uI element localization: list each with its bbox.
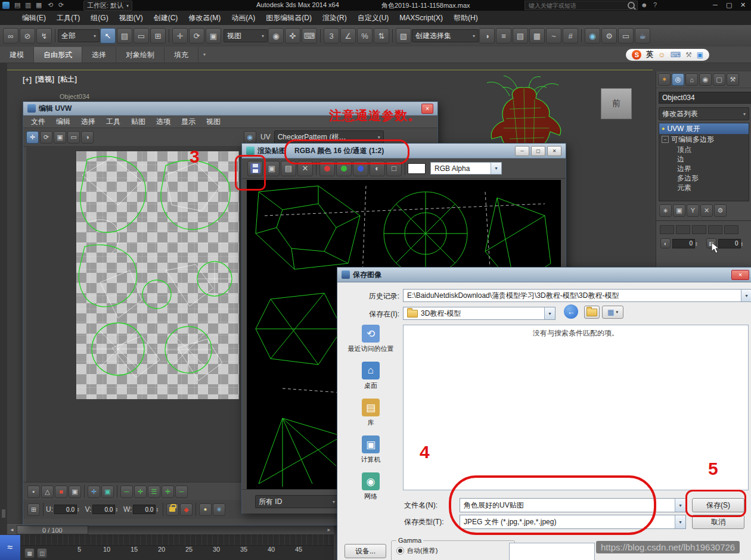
remove-modifier-icon[interactable]: ✕ <box>700 204 713 217</box>
render-minimize-button[interactable]: ─ <box>515 146 529 156</box>
place-libraries[interactable]: ▤ 库 <box>342 399 399 435</box>
redo-icon[interactable]: ⟳ <box>58 1 64 9</box>
uvw-paint-icon[interactable]: ■ <box>55 486 67 498</box>
ime-skin-icon[interactable]: ▣ <box>697 51 703 59</box>
window-crossing-icon[interactable]: ⊞ <box>150 28 166 43</box>
percent-snap-icon[interactable]: % <box>357 28 373 43</box>
uvw-falloff-icon[interactable]: ◉ <box>244 131 256 144</box>
uvw-close-button[interactable]: ✕ <box>421 104 433 114</box>
search-input[interactable] <box>527 2 628 10</box>
soft-selection-icon[interactable]: ◐ <box>660 238 671 248</box>
named-selection-dropdown[interactable]: 创建选择集 ▾ <box>412 29 479 42</box>
clear-bitmap-icon[interactable]: ✕ <box>297 161 313 176</box>
modify-tab-icon[interactable]: ◎ <box>672 73 684 86</box>
viewport-menu-shading[interactable]: [粘土] <box>58 74 77 85</box>
uvw-dash1-icon[interactable]: ─ <box>120 486 133 498</box>
uvw-box-icon[interactable]: ▣ <box>101 486 114 498</box>
time-slider-handle[interactable]: 0 / 100 <box>17 525 88 534</box>
mirror-icon[interactable]: ◑ <box>479 28 495 43</box>
save-bitmap-icon[interactable] <box>247 161 263 176</box>
uvw-softsel-icon[interactable]: ▪ <box>27 486 40 498</box>
create-tab-icon[interactable]: ✶ <box>658 73 671 86</box>
menu-item-group[interactable]: 组(G) <box>85 13 113 23</box>
unlink-selection-icon[interactable]: ⊘ <box>20 28 35 43</box>
blue-channel-icon[interactable] <box>353 161 368 176</box>
uvw-map-dropdown[interactable]: CheckerPattern (棋… ▾ <box>274 130 384 144</box>
tab-populate[interactable]: 填充 <box>165 47 198 63</box>
bind-to-space-warp-icon[interactable]: ↯ <box>36 28 52 43</box>
uvw-lock-icon[interactable] <box>166 503 179 516</box>
help-icon[interactable]: ? <box>653 1 657 8</box>
mono-channel-icon[interactable]: ◐ <box>370 161 385 176</box>
select-object-icon[interactable]: ↖ <box>100 28 116 43</box>
tab-selection[interactable]: 选择 <box>82 47 116 63</box>
uvw-abs-grid-icon[interactable]: ⊞ <box>27 503 40 516</box>
new-file-icon[interactable]: ▤ <box>14 1 20 9</box>
mat-id-dropdown[interactable]: 所有 ID ▾ <box>255 495 339 508</box>
make-unique-icon[interactable]: Y <box>687 204 699 217</box>
reference-coordinate-dropdown[interactable]: 视图 ▾ <box>224 29 268 42</box>
spinner-snap-icon[interactable]: ⇅ <box>374 28 389 43</box>
uvw-rotate-icon[interactable]: ⟳ <box>40 131 52 144</box>
back-button[interactable]: ← <box>564 304 578 319</box>
subobject-border[interactable]: 边界 <box>659 164 749 173</box>
uvw-menu-mapping[interactable]: 贴图 <box>126 117 151 127</box>
menu-item-modifiers[interactable]: 修改器(M) <box>183 13 226 23</box>
uvw-freeform-icon[interactable]: ▭ <box>67 131 80 144</box>
menu-item-help[interactable]: 帮助(H) <box>448 13 483 23</box>
cancel-button[interactable]: 取消 <box>692 515 744 529</box>
keyboard-override-icon[interactable]: ⌨ <box>302 28 317 43</box>
dock-grip-icon[interactable] <box>2 509 5 518</box>
search-box[interactable] <box>525 1 638 10</box>
uvw-bulb-icon[interactable]: ● <box>199 503 212 516</box>
utilities-tab-icon[interactable]: ⚒ <box>727 73 739 86</box>
hierarchy-tab-icon[interactable]: ⌂ <box>685 73 698 86</box>
select-and-scale-icon[interactable]: ▣ <box>206 28 221 43</box>
uvw-grow-icon[interactable]: ✛ <box>88 486 100 498</box>
uvw-plus2-icon[interactable]: ✛ <box>162 486 174 498</box>
modifier-list-dropdown[interactable]: 修改器列表 ▾ <box>659 107 749 120</box>
alpha-channel-icon[interactable]: □ <box>386 161 402 176</box>
minimize-button[interactable]: ─ <box>713 1 718 8</box>
use-pivot-icon[interactable]: ◉ <box>268 28 284 43</box>
ime-face-icon[interactable]: ☺ <box>658 51 665 59</box>
select-and-move-icon[interactable]: ✛ <box>172 28 188 43</box>
render-map-titlebar[interactable]: 渲染贴图 RGBA 颜色 16 位/通道 (1:2) ─ ▢ ✕ <box>242 144 566 158</box>
uvw-dash2-icon[interactable]: ─ <box>175 486 188 498</box>
uvw-scale-icon[interactable]: ▣ <box>54 131 66 144</box>
tab-object-paint[interactable]: 对象绘制 <box>116 47 165 63</box>
clone-window-icon[interactable]: ▣ <box>264 161 280 176</box>
save-dialog-titlebar[interactable]: 保存图像 ✕ <box>337 267 751 282</box>
uvw-menu-select[interactable]: 选择 <box>76 117 101 127</box>
spinner-field-2[interactable]: 0 ▴▾ <box>718 239 743 248</box>
device-button[interactable]: 设备... <box>345 544 386 558</box>
menu-item-customize[interactable]: 自定义(U) <box>352 13 395 23</box>
snaps-toggle-icon[interactable]: 3 <box>324 28 339 43</box>
render-icon[interactable]: ☕ <box>635 28 650 43</box>
menu-item-views[interactable]: 视图(V) <box>114 13 148 23</box>
subobject-polygon[interactable]: 多边形 <box>659 173 749 183</box>
uvw-mirror-icon[interactable]: ◑ <box>81 131 94 144</box>
v-spinner[interactable]: 0.0 ▴▾ <box>92 505 117 514</box>
select-and-link-icon[interactable]: ∞ <box>3 28 18 43</box>
rendered-frame-icon[interactable]: ▭ <box>618 28 634 43</box>
render-maximize-button[interactable]: ▢ <box>531 146 545 156</box>
ime-keyboard-icon[interactable]: ⌨ <box>671 51 681 59</box>
history-dropdown[interactable]: E:\BaiduNetdiskDownload\蒲贵模型学习\3D教程-模型\3… <box>403 289 751 302</box>
menu-item-animation[interactable]: 动画(A) <box>226 13 260 23</box>
display-tab-icon[interactable]: ▢ <box>713 73 725 86</box>
uvw-plus1-icon[interactable]: ✛ <box>134 486 147 498</box>
time-slider[interactable]: ◄ 0 / 100 ► <box>7 524 334 535</box>
menu-item-create[interactable]: 创建(C) <box>148 13 184 23</box>
menu-item-tools[interactable]: 工具(T) <box>51 13 85 23</box>
uvw-menu-icon[interactable]: ☰ <box>148 486 160 498</box>
uvw-freeze-icon[interactable]: ✳ <box>213 503 225 516</box>
new-folder-button[interactable] <box>584 306 600 319</box>
angle-snap-icon[interactable]: ∠ <box>340 28 356 43</box>
show-end-result-icon[interactable]: ▣ <box>673 204 685 217</box>
select-by-name-icon[interactable]: ▤ <box>117 28 132 43</box>
filename-input[interactable]: 角色展好的UV贴图 ▾ <box>460 498 686 512</box>
maximize-button[interactable]: ▢ <box>726 1 732 9</box>
red-channel-icon[interactable] <box>319 161 335 176</box>
pin-stack-icon[interactable]: ∗ <box>659 204 672 217</box>
